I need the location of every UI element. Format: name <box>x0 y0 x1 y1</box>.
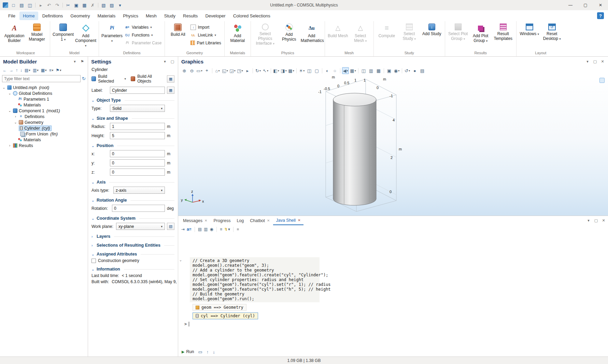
section-information[interactable]: ⌄Information <box>91 267 174 272</box>
view-yz-icon[interactable]: ◲▾ <box>229 67 236 74</box>
component-1-button[interactable]: Component 1 ▾ <box>52 23 74 42</box>
collapse-refresh-icon[interactable]: ↻ <box>82 76 86 81</box>
functions-button[interactable]: f(x) Functions ▾ <box>124 32 162 38</box>
save-icon[interactable]: ◫ <box>27 2 33 8</box>
tree-node-definitions[interactable]: › ≡ Definitions <box>0 114 88 119</box>
tab-colored-selections[interactable]: Colored Selections <box>230 12 274 20</box>
new-file-icon[interactable]: □ <box>11 2 16 8</box>
tab-geometry[interactable]: Geometry <box>67 12 93 20</box>
zoom-in-icon[interactable]: ⊕ <box>181 67 188 74</box>
undo-icon[interactable]: ↶ <box>46 2 52 8</box>
build-selected-button[interactable]: Build Selected <box>98 74 122 84</box>
pin-icon[interactable]: ⚑ <box>80 59 85 64</box>
tab-java-shell[interactable]: Java Shell✕ <box>273 216 303 225</box>
geometry-actions-icon[interactable]: ▦ <box>167 75 174 83</box>
add-physics-button[interactable]: Add Physics <box>278 23 300 42</box>
open-icon[interactable]: ▤ <box>19 2 25 8</box>
run-icon[interactable]: ▸ <box>38 2 44 8</box>
section-object-type[interactable]: ⌄Object Type <box>91 98 174 103</box>
preferences-icon[interactable]: ▨ <box>109 2 115 8</box>
forward-icon[interactable]: → <box>9 68 13 73</box>
label-input[interactable] <box>110 87 165 94</box>
expander-icon[interactable]: ⌄ <box>14 120 17 124</box>
run-selection-icon[interactable]: ↯▾ <box>224 227 230 232</box>
columns-icon[interactable]: ▦▾ <box>41 68 47 73</box>
tab-progress[interactable]: Progress <box>211 217 233 225</box>
console-keyboard-icon[interactable]: ▭ <box>198 349 202 354</box>
expander-icon[interactable]: ⌄ <box>8 91 12 95</box>
animate-icon[interactable]: ▸ <box>244 67 251 74</box>
zoom-box-icon[interactable]: ▭▾ <box>196 67 203 74</box>
appearance-icon[interactable]: ◧▾ <box>273 67 280 74</box>
panel-menu-icon[interactable]: ▾ <box>585 59 590 64</box>
tab-home[interactable]: Home <box>19 12 38 20</box>
panel-menu-icon[interactable]: ▾ <box>586 218 591 223</box>
reset-hiding-icon[interactable]: ○ <box>331 67 338 74</box>
move-down-icon[interactable]: ↓ <box>20 68 22 73</box>
tab-file[interactable]: File <box>5 12 19 20</box>
tab-chatbot[interactable]: Chatbot✕ <box>247 217 272 225</box>
reset-desktop-button[interactable]: ↺ Reset Desktop ▾ <box>541 23 563 41</box>
environment-icon[interactable]: ▩▾ <box>288 67 295 74</box>
close-panel-icon[interactable]: ✕ <box>601 218 606 223</box>
list-options-icon[interactable]: ≡▾ <box>49 68 54 73</box>
color-theme-icon[interactable]: ◨▾ <box>280 67 287 74</box>
show-variables-icon[interactable]: a= <box>187 227 192 232</box>
code-fold-icon[interactable]: ⌄ <box>180 258 182 262</box>
result-chip-geometry[interactable]: geom ==> Geometry <box>193 304 246 311</box>
create-work-plane-icon[interactable]: ▧ <box>167 223 174 230</box>
axis-type-select[interactable]: z-axis▾ <box>113 187 165 194</box>
z-input[interactable] <box>110 169 165 176</box>
section-size-shape[interactable]: ⌄Size and Shape <box>91 116 174 121</box>
java-shell-console[interactable]: ⌄ // Create a 3D geometry model.geom().c… <box>178 233 608 347</box>
part-libraries-button[interactable]: Part Libraries <box>189 40 222 46</box>
tree-node-results[interactable]: › Results <box>0 143 88 148</box>
move-up-icon[interactable]: ↑ <box>16 68 18 73</box>
history-down-icon[interactable]: ↓ <box>213 349 215 354</box>
show-output-icon[interactable]: ◉ <box>210 227 213 232</box>
application-builder-button[interactable]: A Application Builder <box>3 23 25 43</box>
variables-button[interactable]: a= Variables ▾ <box>124 24 162 30</box>
delete-icon[interactable]: ✗ <box>90 2 96 8</box>
float-panel-icon[interactable]: ▢ <box>170 59 175 64</box>
tree-node-form-union[interactable]: Form Union (fin) <box>0 131 88 137</box>
type-select[interactable]: Solid▾ <box>110 105 165 112</box>
windows-button[interactable]: Windows ▾ <box>519 23 540 37</box>
tree-node-cylinder[interactable]: Cylinder (cyl) <box>0 125 88 131</box>
model-settings-icon[interactable]: ▧ <box>101 2 107 8</box>
section-rotation-angle[interactable]: ⌄Rotation Angle <box>91 198 174 203</box>
rotate-icon[interactable]: ↻▾ <box>255 67 261 74</box>
model-tree-pin-icon[interactable]: ⚑▾ <box>56 68 61 73</box>
livelink-button[interactable]: LL LiveLink ▾ <box>189 32 222 38</box>
close-button[interactable]: ✕ <box>593 0 608 10</box>
float-panel-icon[interactable]: ▢ <box>594 218 598 223</box>
zoom-extents-icon[interactable]: ⌖ <box>203 67 210 74</box>
maximize-button[interactable]: ▢ <box>578 0 593 10</box>
panel-menu-icon[interactable]: ▾ <box>162 59 167 64</box>
x-input[interactable] <box>110 150 165 157</box>
print-icon[interactable]: ▤ <box>419 67 426 74</box>
tree-node-geometry[interactable]: ⌄ Geometry <box>0 119 88 125</box>
construction-geometry-checkbox[interactable] <box>91 259 96 263</box>
radius-input[interactable] <box>110 123 165 130</box>
graphics-canvas[interactable]: m -1 -0.5 0 0.5 1 1 0 -1 m 4 2 0 <box>178 75 608 216</box>
add-study-button[interactable]: ↓ Add Study <box>421 23 443 37</box>
section-layers[interactable]: ›Layers <box>91 234 174 239</box>
hide-selected-icon[interactable]: ◐ <box>324 67 331 74</box>
close-tab-icon[interactable]: ✕ <box>204 219 207 222</box>
selection-colors-icon[interactable]: ◉▾ <box>393 67 400 74</box>
close-tab-icon[interactable]: ✕ <box>267 219 270 222</box>
model-manager-button[interactable]: Model Manager <box>26 23 48 42</box>
zoom-out-icon[interactable]: ⊖ <box>188 67 195 74</box>
view-zx-icon[interactable]: ◳▾ <box>237 67 243 74</box>
copy-icon[interactable]: ▣ <box>73 2 79 8</box>
help-icon[interactable]: ? <box>597 12 604 19</box>
expand-all-icon[interactable]: ▥ <box>204 227 208 232</box>
label-menu-icon[interactable]: ▦ <box>167 87 174 94</box>
tree-node-materials-component[interactable]: Materials <box>0 137 88 143</box>
parameters-button[interactable]: Pi Parameters ▾ <box>101 23 123 43</box>
tab-results[interactable]: Results <box>180 12 201 20</box>
sync-view-icon[interactable]: ↺▾ <box>404 67 411 74</box>
code-block[interactable]: // Create a 3D geometry model.geom().cre… <box>190 257 320 302</box>
section-axis[interactable]: ⌄Axis <box>91 180 174 185</box>
